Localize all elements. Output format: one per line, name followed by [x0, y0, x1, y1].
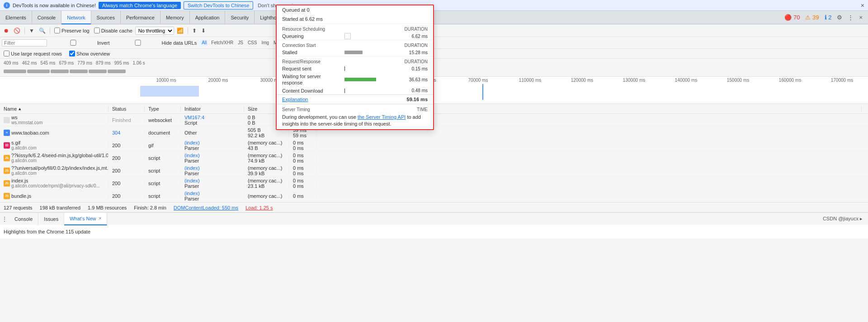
disable-cache-label[interactable]: Disable cache — [92, 28, 134, 33]
tab-elements[interactable]: Elements — [0, 11, 32, 24]
popup-explanation-link[interactable]: Explanation — [282, 97, 407, 102]
table-row[interactable]: JS ??kissy/k/6.2.4/seed-min.js,kg/global… — [0, 152, 868, 164]
filter-bar: Invert Hide data URLs All Fetch/XHR JS C… — [0, 37, 868, 49]
timeline-overview: 10000 ms 20000 ms 30000 ms 40000 ms 5000… — [0, 77, 868, 104]
info-count-badge[interactable]: ℹ 2 — [823, 13, 834, 22]
timeline-top-labels: 409 ms 462 ms 545 ms 679 ms 779 ms 879 m… — [4, 61, 145, 65]
popup-waiting-row: Waiting for server response 36.63 ms — [277, 72, 433, 87]
tab-sources[interactable]: Sources — [91, 11, 121, 24]
popup-queueing-bar — [344, 34, 399, 38]
clear-button[interactable]: 🚫 — [12, 27, 22, 35]
show-overview-label[interactable]: Show overview — [69, 51, 110, 56]
tab-memory[interactable]: Memory — [160, 11, 190, 24]
popup-stalled-label: Stalled — [282, 50, 341, 55]
td-time-sgif: 0 ms 0 ms — [289, 140, 316, 151]
filter-css-button[interactable]: CSS — [246, 40, 259, 46]
td-status-bundlejs: 200 — [108, 193, 145, 199]
td-time-kissy: 0 ms 0 ms — [289, 153, 316, 163]
tab-console[interactable]: Console — [32, 11, 61, 24]
filter-all-button[interactable]: All — [200, 40, 208, 46]
td-initiator-kissy: (index) Parser — [181, 153, 244, 163]
whats-new-close-button[interactable]: × — [99, 216, 102, 221]
options-bar: Use large request rows Show overview — [0, 49, 868, 59]
invert-checkbox[interactable] — [51, 40, 96, 46]
popup-request-sent-value: 0.15 ms — [403, 66, 428, 71]
devtools-icon: i — [4, 2, 10, 9]
more-options-button[interactable]: ⋮ — [846, 13, 855, 22]
warning-count-badge[interactable]: ⚠ 39 — [803, 13, 821, 22]
search-button[interactable]: 🔍 — [37, 27, 47, 35]
popup-content-download-label: Content Download — [282, 88, 341, 93]
timing-popup: Queued at 0 Started at 6.62 ms Resource … — [276, 5, 434, 130]
popup-queued-row: Queued at 0 — [277, 5, 433, 14]
ws-icon — [4, 117, 10, 123]
tab-security[interactable]: Security — [225, 11, 255, 24]
disable-cache-checkbox[interactable] — [94, 28, 100, 33]
online-icon-button[interactable]: 📶 — [175, 27, 185, 35]
show-overview-checkbox[interactable] — [69, 51, 75, 56]
error-count-badge[interactable]: 🔴 70 — [783, 13, 802, 22]
hide-data-urls-label[interactable]: Hide data URLs — [113, 40, 199, 46]
throttle-select[interactable]: No throttling — [135, 27, 174, 35]
waiting-bar-fill — [344, 78, 376, 81]
devtools-close-button[interactable]: × — [857, 13, 864, 22]
timeline-header: 409 ms 462 ms 545 ms 679 ms 779 ms 879 m… — [0, 59, 868, 77]
table-row[interactable]: ws ws.mmstat.com Finished websocket VM16… — [0, 114, 868, 126]
status-load[interactable]: Load: 1.25 s — [245, 205, 273, 210]
import-button[interactable]: ⬆ — [190, 27, 198, 35]
table-row[interactable]: ≡ www.taobao.com 304 document Other 505 … — [0, 126, 868, 139]
invert-label[interactable]: Invert — [49, 40, 112, 46]
popup-total-value: 59.16 ms — [407, 97, 428, 102]
popup-content-download-value: 0.48 ms — [403, 88, 428, 93]
td-type-ws: websocket — [145, 117, 181, 123]
filter-toggle-button[interactable]: ▼ — [27, 27, 36, 35]
switch-devtools-button[interactable]: Switch DevTools to Chinese — [184, 1, 253, 9]
bottom-tab-issues[interactable]: Issues — [38, 213, 64, 225]
bottom-tab-whats-new[interactable]: What's New × — [64, 213, 107, 225]
td-status-taobao: 304 — [108, 130, 145, 135]
td-status-sgif: 200 — [108, 143, 145, 148]
status-dom-loaded[interactable]: DOMContentLoaded: 550 ms — [174, 205, 238, 210]
match-language-button[interactable]: Always match Chrome's language — [99, 2, 181, 9]
td-name-sgif: 🖼 s.gif g.alicdn.com — [0, 140, 108, 150]
preserve-log-label[interactable]: Preserve log — [52, 28, 91, 33]
record-button[interactable]: ⏺ — [2, 27, 11, 35]
toolbar: ⏺ 🚫 ▼ 🔍 Preserve log Disable cache No th… — [0, 24, 868, 37]
td-initiator-polyfill: (index) Parser — [181, 165, 244, 176]
filter-js-button[interactable]: JS — [236, 40, 245, 46]
table-row[interactable]: JS bundle.js 200 script (index) Parser (… — [0, 190, 868, 202]
tab-network[interactable]: Network — [61, 11, 91, 24]
hide-data-urls-checkbox[interactable] — [115, 40, 160, 46]
settings-button[interactable]: ⚙ — [835, 13, 844, 22]
tab-application[interactable]: Application — [190, 11, 226, 24]
content-download-tick — [344, 89, 345, 93]
bottom-tab-console[interactable]: Console — [9, 213, 38, 225]
filter-fetch-xhr-button[interactable]: Fetch/XHR — [210, 40, 235, 46]
filter-input[interactable] — [2, 39, 47, 47]
toolbar-separator-2 — [50, 27, 50, 34]
table-row[interactable]: JS index.js g.alicdn.com/code/npm/@ali/p… — [0, 177, 868, 190]
popup-connection-duration-header: DURATION — [405, 43, 428, 48]
notification-close-button[interactable]: × — [861, 2, 864, 9]
request-sent-tick — [344, 66, 345, 71]
large-rows-checkbox[interactable] — [4, 51, 9, 56]
large-rows-label[interactable]: Use large request rows — [4, 51, 62, 56]
td-initiator-indexjs: (index) Parser — [181, 178, 244, 189]
table-body[interactable]: ws ws.mmstat.com Finished websocket VM16… — [0, 114, 868, 202]
tab-performance[interactable]: Performance — [121, 11, 160, 24]
server-timing-api-link[interactable]: the Server Timing API — [358, 114, 406, 120]
table-row[interactable]: 🖼 s.gif g.alicdn.com 200 gif (index) Par… — [0, 139, 868, 152]
export-button[interactable]: ⬇ — [199, 27, 208, 35]
minimap-bar — [4, 70, 26, 73]
status-resources: 1.9 MB resources — [88, 205, 127, 210]
preserve-log-checkbox[interactable] — [54, 28, 60, 33]
th-initiator: Initiator — [181, 106, 244, 112]
td-size-sgif: (memory cac...) 43 B — [244, 140, 289, 151]
table-row[interactable]: JS ??universal/polyfill/0.0.2/p/index/in… — [0, 164, 868, 177]
bottom-panel-menu-button[interactable]: ⋮ — [0, 216, 9, 222]
doc-icon: ≡ — [4, 130, 10, 136]
notification-bar: i DevTools is now available in Chinese! … — [0, 0, 868, 11]
filter-img-button[interactable]: Img — [260, 40, 270, 46]
popup-resource-title: Resource Scheduling — [282, 27, 405, 32]
td-time-indexjs: 0 ms 0 ms — [289, 178, 316, 189]
